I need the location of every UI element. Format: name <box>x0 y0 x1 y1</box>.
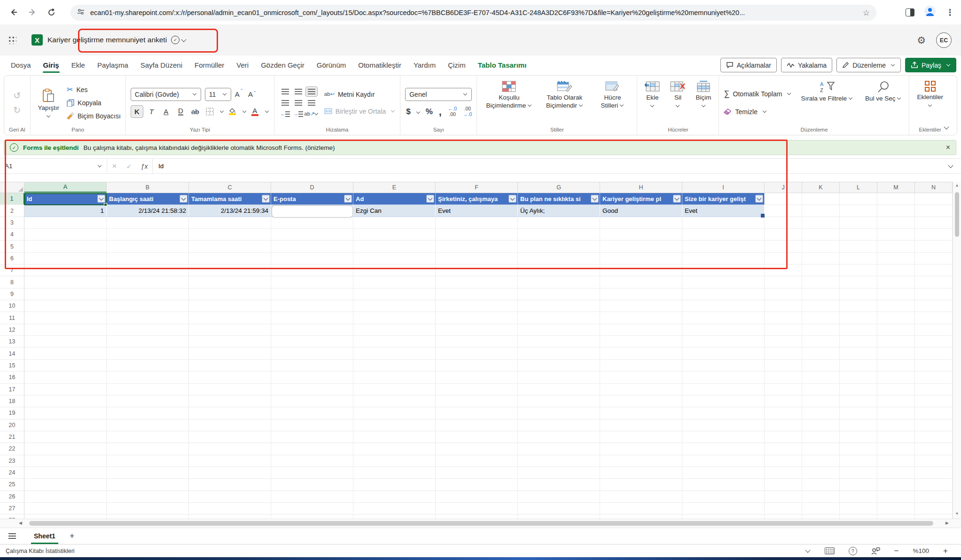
grid-cell-N16[interactable] <box>915 372 953 383</box>
grid-cell-F15[interactable] <box>436 360 518 372</box>
grid-cell-A7[interactable] <box>24 264 107 276</box>
grid-cell-C16[interactable] <box>189 372 271 383</box>
grid-cell-L2[interactable] <box>840 205 877 217</box>
grid-cell-N4[interactable] <box>915 229 953 241</box>
grid-cell-N2[interactable] <box>915 205 953 217</box>
grid-cell-I3[interactable] <box>682 217 765 229</box>
grid-cell-D7[interactable] <box>271 264 353 276</box>
grid-cell-N18[interactable] <box>915 396 953 407</box>
table-data-cell-B2[interactable]: 2/13/24 21:58:32 <box>107 205 189 217</box>
grid-cell-J10[interactable] <box>765 300 802 312</box>
grid-cell-B22[interactable] <box>107 443 189 455</box>
grid-cell-L16[interactable] <box>840 372 877 383</box>
grid-cell-B14[interactable] <box>107 348 189 359</box>
grid-cell-H9[interactable] <box>600 288 682 300</box>
grid-cell-H20[interactable] <box>600 420 682 431</box>
give-feedback-icon[interactable] <box>871 547 880 555</box>
settings-gear-icon[interactable]: ⚙ <box>917 35 926 46</box>
grid-cell-E11[interactable] <box>353 312 436 324</box>
grid-cell-C19[interactable] <box>189 407 271 419</box>
grid-cell-K8[interactable] <box>802 276 840 288</box>
align-top-button[interactable] <box>279 86 291 97</box>
grid-cell-J16[interactable] <box>765 372 802 383</box>
grid-cell-L4[interactable] <box>840 229 877 241</box>
grid-cell-C23[interactable] <box>189 455 271 467</box>
grid-cell-I19[interactable] <box>682 407 765 419</box>
table-resize-handle[interactable] <box>761 214 765 218</box>
grid-cell-A9[interactable] <box>24 288 107 300</box>
grid-cell-F11[interactable] <box>436 312 518 324</box>
grid-cell-E9[interactable] <box>353 288 436 300</box>
grid-cell-L3[interactable] <box>840 217 877 229</box>
grid-cell-C20[interactable] <box>189 420 271 431</box>
grid-cell-D17[interactable] <box>271 384 353 396</box>
grid-cell-N6[interactable] <box>915 253 953 264</box>
grid-cell-J21[interactable] <box>765 431 802 443</box>
grid-cell-D9[interactable] <box>271 288 353 300</box>
grid-cell-I8[interactable] <box>682 276 765 288</box>
grid-cell-F14[interactable] <box>436 348 518 359</box>
grid-cell-C26[interactable] <box>189 491 271 503</box>
grid-cell-I26[interactable] <box>682 491 765 503</box>
grid-cell-E15[interactable] <box>353 360 436 372</box>
grid-cell-C18[interactable] <box>189 396 271 407</box>
grid-cell-B15[interactable] <box>107 360 189 372</box>
grid-cell-A26[interactable] <box>24 491 107 503</box>
grid-cell-L5[interactable] <box>840 241 877 252</box>
grid-cell-J11[interactable] <box>765 312 802 324</box>
grid-cell-F5[interactable] <box>436 241 518 252</box>
grid-cell-M3[interactable] <box>877 217 915 229</box>
grid-cell-G24[interactable] <box>518 467 600 479</box>
grid-cell-N15[interactable] <box>915 360 953 372</box>
grid-cell-K24[interactable] <box>802 467 840 479</box>
column-header-N[interactable]: N <box>915 182 953 193</box>
grid-cell-G15[interactable] <box>518 360 600 372</box>
filter-button-H[interactable] <box>673 195 681 203</box>
italic-button[interactable]: T <box>145 105 158 118</box>
row-header-26[interactable]: 26 <box>0 491 24 503</box>
grid-cell-K1[interactable] <box>802 193 840 205</box>
table-data-cell-E2[interactable]: Ezgi Can <box>353 205 436 217</box>
row-header-13[interactable]: 13 <box>0 336 24 348</box>
grid-cell-J17[interactable] <box>765 384 802 396</box>
grid-cell-M7[interactable] <box>877 264 915 276</box>
grid-cell-K17[interactable] <box>802 384 840 396</box>
row-header-27[interactable]: 27 <box>0 503 24 514</box>
cell-styles-button[interactable]: Hücre Stilleri <box>593 80 632 125</box>
grid-cell-C6[interactable] <box>189 253 271 264</box>
grid-cell-M6[interactable] <box>877 253 915 264</box>
grid-cell-B17[interactable] <box>107 384 189 396</box>
grid-cell-E7[interactable] <box>353 264 436 276</box>
grid-cell-E16[interactable] <box>353 372 436 383</box>
grid-cell-C28[interactable] <box>189 514 271 519</box>
grid-cell-H19[interactable] <box>600 407 682 419</box>
grid-cell-L23[interactable] <box>840 455 877 467</box>
ribbon-tab-ekle[interactable]: Ekle <box>65 55 91 74</box>
grid-cell-I11[interactable] <box>682 312 765 324</box>
grid-cell-C13[interactable] <box>189 336 271 348</box>
grid-cell-L9[interactable] <box>840 288 877 300</box>
row-header-2[interactable]: 2 <box>0 205 24 217</box>
grid-cell-N26[interactable] <box>915 491 953 503</box>
grid-cell-M11[interactable] <box>877 312 915 324</box>
grid-cell-F7[interactable] <box>436 264 518 276</box>
grid-cell-L18[interactable] <box>840 396 877 407</box>
row-header-21[interactable]: 21 <box>0 431 24 443</box>
row-header-19[interactable]: 19 <box>0 407 24 419</box>
grid-cell-D18[interactable] <box>271 396 353 407</box>
grid-cell-H21[interactable] <box>600 431 682 443</box>
grid-cell-L11[interactable] <box>840 312 877 324</box>
grid-cell-F18[interactable] <box>436 396 518 407</box>
grid-cell-N5[interactable] <box>915 241 953 252</box>
grid-cell-A11[interactable] <box>24 312 107 324</box>
bookmark-star-icon[interactable] <box>863 8 870 18</box>
font-size-select[interactable]: 11 <box>205 88 231 101</box>
browser-menu-icon[interactable] <box>945 7 954 18</box>
grid-cell-D19[interactable] <box>271 407 353 419</box>
grid-cell-M1[interactable] <box>877 193 915 205</box>
grid-cell-B20[interactable] <box>107 420 189 431</box>
grid-cell-K18[interactable] <box>802 396 840 407</box>
percent-format-button[interactable]: % <box>426 107 433 117</box>
grid-cell-E6[interactable] <box>353 253 436 264</box>
grid-cell-C5[interactable] <box>189 241 271 252</box>
